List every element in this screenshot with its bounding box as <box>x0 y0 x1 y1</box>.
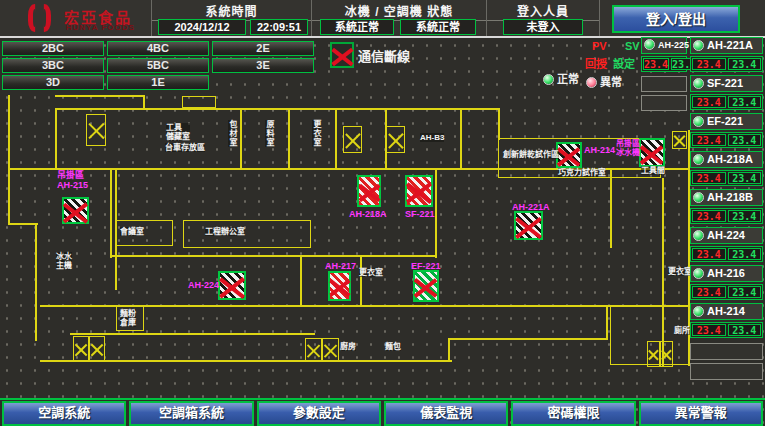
wall-segment <box>606 305 608 340</box>
company-logo-icon <box>28 4 58 34</box>
strip-device-ef-221[interactable]: EF-221 <box>690 113 763 130</box>
device-led-icon <box>693 192 704 203</box>
stairs-icon <box>89 336 105 361</box>
empty-slot <box>641 76 687 92</box>
floor-button-3e[interactable]: 3E <box>212 58 314 73</box>
stairs-icon <box>305 338 322 361</box>
stairs-icon <box>386 126 405 153</box>
strip-device-ah-218a[interactable]: AH-218A <box>690 151 763 168</box>
empty-slot <box>690 363 763 380</box>
pv-value: 23.4 <box>692 286 726 298</box>
empty-slot <box>690 343 763 360</box>
device-name: AH-225 <box>658 40 689 50</box>
pv-value: 23.4 <box>692 210 726 222</box>
wall-segment <box>498 108 500 140</box>
map-device-label: AH-221A <box>512 202 550 212</box>
map-device-ah-224[interactable] <box>218 271 246 300</box>
wall-segment <box>55 95 145 97</box>
strip-values-ah-221a: 23.423.4 <box>690 56 763 72</box>
stairs-icon <box>647 341 660 367</box>
floor-button-grid: 2BC4BC2E3BC5BC3E3D1E <box>2 41 314 90</box>
nav-button-6[interactable]: 異常警報 <box>639 401 763 426</box>
login-logout-button[interactable]: 登入/登出 <box>612 5 740 33</box>
map-device-label: 吊掛區 AH-215 <box>57 170 88 190</box>
strip-device-ah-224[interactable]: AH-224 <box>690 227 763 244</box>
pv-value: 23.4 <box>692 324 726 336</box>
nav-button-1[interactable]: 空調系統 <box>2 401 126 426</box>
strip-values-ef-221: 23.423.4 <box>690 132 763 148</box>
strip-device-sf-221[interactable]: SF-221 <box>690 75 763 92</box>
map-device-sf-221[interactable] <box>405 175 433 207</box>
map-device-ef-221[interactable] <box>413 270 439 302</box>
room-label: 廁所 <box>674 326 690 335</box>
strip-device-ah-225[interactable]: AH-225 <box>641 37 687 54</box>
strip-device-ah-214[interactable]: AH-214 <box>690 303 763 320</box>
wall-segment <box>240 108 242 168</box>
room-label: 工具間 <box>641 166 665 175</box>
wall-segment <box>35 223 37 341</box>
brand-name-en: HUNYA FOODS <box>66 23 135 32</box>
wall-segment <box>448 338 608 340</box>
legend-normal: 正常 <box>543 70 579 86</box>
nav-button-3[interactable]: 參數設定 <box>257 401 381 426</box>
map-device-label: AH-217 <box>325 261 356 271</box>
wall-segment <box>300 255 302 305</box>
device-name: AH-218B <box>707 191 753 203</box>
map-device-label: SF-221 <box>405 209 435 219</box>
map-device-label: EF-221 <box>411 261 441 271</box>
pv-value: 23.4 <box>643 58 669 70</box>
map-device-ah-221a[interactable] <box>514 211 543 240</box>
floor-button-2e[interactable]: 2E <box>212 41 314 56</box>
room-label: 更衣室 <box>668 267 692 276</box>
stairs-icon <box>343 126 362 153</box>
empty-slot <box>641 95 687 111</box>
sv-value: 23.4 <box>728 248 762 260</box>
floor-button-4bc[interactable]: 4BC <box>107 41 209 56</box>
floor-button-3bc[interactable]: 3BC <box>2 58 104 73</box>
machine-status-cell: 冰機 / 空調機 狀態 系統正常 系統正常 <box>312 0 487 36</box>
strip-values-ah-224: 23.423.4 <box>690 246 763 262</box>
map-device-label: AH-224 <box>188 280 219 290</box>
sv-value: 23.4 <box>728 134 762 146</box>
floor-button-3d[interactable]: 3D <box>2 75 104 90</box>
logo-cell: 宏亞食品 HUNYA FOODS <box>0 0 152 36</box>
pv-value: 23.4 <box>692 248 726 260</box>
map-device-ah-218a[interactable] <box>357 175 381 207</box>
room-label: 台車存放區 <box>165 143 205 152</box>
map-device-ah-215[interactable] <box>62 197 89 224</box>
device-led-icon <box>693 116 704 127</box>
nav-button-2[interactable]: 空調箱系統 <box>129 401 253 426</box>
map-device[interactable] <box>639 138 665 167</box>
map-device-ah-217[interactable] <box>328 271 351 301</box>
device-name: AH-218A <box>707 153 753 165</box>
map-device-ah-214[interactable] <box>556 142 582 168</box>
strip-device-ah-221a[interactable]: AH-221A <box>690 37 763 54</box>
strip-device-ah-216[interactable]: AH-216 <box>690 265 763 282</box>
wall-segment <box>460 108 462 168</box>
legend-abnormal: 異常 <box>586 73 622 89</box>
room-outline <box>183 220 311 248</box>
device-led-icon <box>693 230 704 241</box>
floor-button-5bc[interactable]: 5BC <box>107 58 209 73</box>
nav-button-5[interactable]: 密碼權限 <box>511 401 635 426</box>
wall-segment <box>360 255 362 305</box>
device-name: AH-224 <box>707 229 745 241</box>
bottom-nav: 空調系統空調箱系統參數設定儀表監視密碼權限異常警報 <box>0 401 765 426</box>
floor-button-2bc[interactable]: 2BC <box>2 41 104 56</box>
strip-values-ah-225: 23.423.4 <box>641 56 687 72</box>
pv-value: 23.4 <box>692 134 726 146</box>
feedback-label: 回授 <box>585 55 607 71</box>
sv-value: 23.4 <box>728 210 762 222</box>
system-clock-value: 22:09:51 <box>250 19 308 35</box>
stairs-icon <box>73 336 89 361</box>
nav-button-4[interactable]: 儀表監視 <box>384 401 508 426</box>
room-label: 廚房 <box>340 342 356 351</box>
stairs-icon <box>86 114 106 146</box>
room-label: 麵粉 倉庫 <box>120 309 136 327</box>
wall-segment <box>610 168 612 248</box>
room-label: 吊掛區 冰水機 <box>616 139 640 157</box>
wall-segment <box>110 255 437 257</box>
strip-device-ah-218b[interactable]: AH-218B <box>690 189 763 206</box>
floor-button-1e[interactable]: 1E <box>107 75 209 90</box>
login-status-value: 未登入 <box>503 19 583 35</box>
